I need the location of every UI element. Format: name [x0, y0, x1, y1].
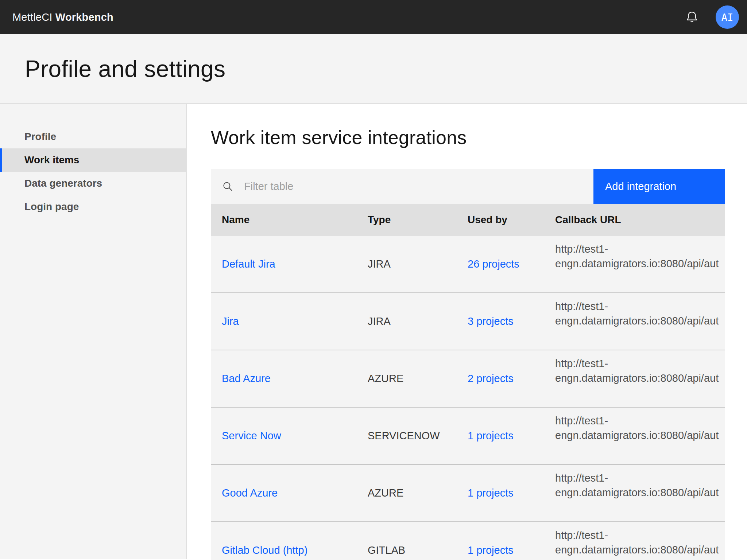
table-header-row: Name Type Used by Callback URL: [211, 204, 725, 236]
used-by-projects-link[interactable]: 3 projects: [468, 315, 514, 327]
add-integration-button[interactable]: Add integration: [593, 169, 725, 204]
callback-url: http://test1- engn.datamigrators.io:8080…: [555, 350, 725, 407]
integration-type: AZURE: [368, 465, 468, 521]
integration-type: GITLAB: [368, 522, 468, 560]
filter-table-input[interactable]: [244, 180, 593, 192]
user-avatar[interactable]: AI: [716, 5, 739, 29]
column-header-type: Type: [368, 214, 468, 226]
column-header-used-by: Used by: [468, 214, 555, 226]
table-row: Default Jira JIRA 26 projects http://tes…: [211, 236, 725, 293]
settings-sidebar: Profile Work items Data generators Login…: [0, 104, 187, 559]
filter-search-box: [211, 169, 593, 204]
integration-name-link[interactable]: Service Now: [222, 430, 281, 442]
used-by-projects-link[interactable]: 26 projects: [468, 258, 519, 270]
table-row: Good Azure AZURE 1 projects http://test1…: [211, 465, 725, 522]
used-by-projects-link[interactable]: 1 projects: [468, 487, 514, 499]
table-row: Gitlab Cloud (http) GITLAB 1 projects ht…: [211, 522, 725, 560]
table-body: Default Jira JIRA 26 projects http://tes…: [211, 236, 725, 560]
used-by-projects-link[interactable]: 2 projects: [468, 373, 514, 385]
main-panel: Work item service integrations Add int: [187, 104, 747, 559]
integration-type: SERVICENOW: [368, 408, 468, 464]
integration-type: JIRA: [368, 236, 468, 292]
used-by-projects-link[interactable]: 1 projects: [468, 430, 514, 442]
brand-regular: MettleCI: [12, 11, 53, 23]
used-by-projects-link[interactable]: 1 projects: [468, 544, 514, 556]
brand-bold: Workbench: [55, 11, 113, 23]
callback-url: http://test1- engn.datamigrators.io:8080…: [555, 293, 725, 350]
top-navbar: MettleCI Workbench AI: [0, 0, 747, 34]
table-row: Bad Azure AZURE 2 projects http://test1-…: [211, 350, 725, 408]
callback-url: http://test1- engn.datamigrators.io:8080…: [555, 408, 725, 464]
content-area: Profile Work items Data generators Login…: [0, 104, 747, 559]
integration-name-link[interactable]: Jira: [222, 315, 239, 327]
table-row: Jira JIRA 3 projects http://test1- engn.…: [211, 293, 725, 350]
integration-name-link[interactable]: Good Azure: [222, 487, 278, 499]
integration-name-link[interactable]: Default Jira: [222, 258, 275, 270]
app-window: MettleCI Workbench AI Profile and settin…: [0, 0, 747, 560]
sidebar-item-profile[interactable]: Profile: [0, 125, 186, 148]
sidebar-item-login-page[interactable]: Login page: [0, 195, 186, 218]
integration-name-link[interactable]: Bad Azure: [222, 373, 271, 385]
search-icon: [222, 180, 234, 192]
navbar-actions: AI: [681, 5, 739, 29]
integration-type: AZURE: [368, 350, 468, 407]
table-row: Service Now SERVICENOW 1 projects http:/…: [211, 408, 725, 465]
page-title-band: Profile and settings: [0, 34, 747, 104]
integration-name-link[interactable]: Gitlab Cloud (http): [222, 544, 307, 556]
notification-bell-icon: [684, 9, 700, 25]
sidebar-item-work-items[interactable]: Work items: [0, 148, 186, 172]
section-heading: Work item service integrations: [211, 127, 747, 148]
integration-type: JIRA: [368, 293, 468, 350]
column-header-name: Name: [211, 214, 368, 226]
integrations-table: Add integration Name Type Used by Callba…: [211, 169, 725, 560]
callback-url: http://test1- engn.datamigrators.io:8080…: [555, 522, 725, 560]
callback-url: http://test1- engn.datamigrators.io:8080…: [555, 236, 725, 292]
app-brand: MettleCI Workbench: [12, 11, 113, 23]
notifications-button[interactable]: [681, 6, 703, 28]
table-toolbar: Add integration: [211, 169, 725, 204]
page-title: Profile and settings: [25, 55, 225, 82]
sidebar-item-data-generators[interactable]: Data generators: [0, 172, 186, 195]
column-header-callback-url: Callback URL: [555, 214, 725, 226]
callback-url: http://test1- engn.datamigrators.io:8080…: [555, 465, 725, 521]
